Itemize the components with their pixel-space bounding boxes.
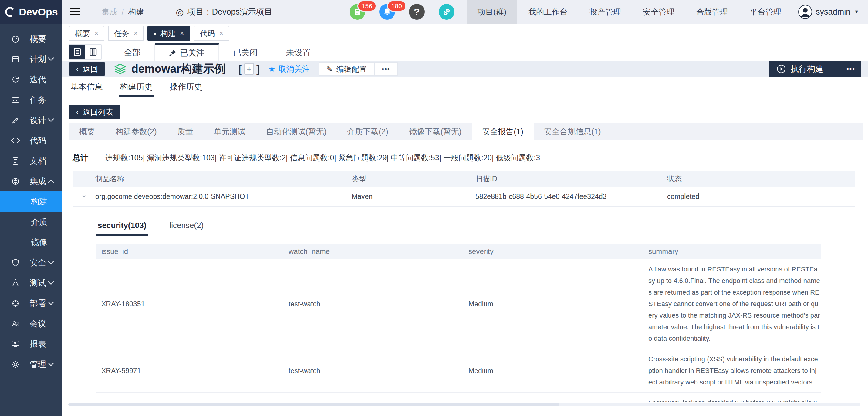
documents-icon[interactable]: 156 <box>349 4 365 20</box>
menu-toggle-icon[interactable] <box>70 8 81 16</box>
tab-artifact-download[interactable]: 介质下载(2) <box>337 123 399 140</box>
pencil-tools-icon <box>11 116 20 124</box>
filter-tab-unset[interactable]: 未设置 <box>272 43 325 61</box>
app-logo[interactable]: DevOps <box>0 0 62 24</box>
page-tab-overview[interactable]: 概要 × <box>69 26 104 41</box>
sidebar-item-test[interactable]: 测试 <box>0 273 62 293</box>
integration-icon <box>11 177 20 185</box>
sidebar-item-docs[interactable]: 文档 <box>0 151 62 171</box>
filter-tab-all[interactable]: 全部 <box>110 43 155 61</box>
issue-severity: Medium <box>463 300 643 308</box>
tab-quality[interactable]: 质量 <box>167 123 204 140</box>
board-view-button[interactable] <box>85 44 101 59</box>
edit-config-button[interactable]: ✎ 编辑配置 <box>319 63 374 75</box>
nav-item-production[interactable]: 投产管理 <box>579 0 632 24</box>
artifact-table-row[interactable]: org.gocome.deveops:demowar:2.0.0-SNAPSHO… <box>72 187 855 207</box>
user-menu[interactable]: sysadmin ▼ <box>792 0 868 24</box>
horizontal-scrollbar[interactable] <box>68 403 860 406</box>
close-icon[interactable]: × <box>94 29 98 38</box>
notifications-count-badge: 180 <box>387 0 406 11</box>
breadcrumb-item-current[interactable]: 构建 <box>128 7 144 17</box>
topbar-nav: 项目(群) 我的工作台 投产管理 安全管理 合版管理 平台管理 sysadmin… <box>467 0 868 24</box>
nav-item-platform-mgmt[interactable]: 平台管理 <box>739 0 792 24</box>
tab-summary[interactable]: 概要 <box>69 123 105 140</box>
main-area: 概要 × 任务 × ● 构建 × 代码 × <box>62 24 868 416</box>
filter-tab-followed[interactable]: 已关注 <box>155 43 219 61</box>
project-selector[interactable]: ◎ 项目：Devops演示项目 <box>176 6 273 17</box>
sidebar-item-images[interactable]: 镜像 <box>0 232 62 252</box>
issue-row[interactable]: XRAY-59971 test-watch Medium Cross-site … <box>96 349 821 393</box>
artifact-name: org.gocome.deveops:demowar:2.0.0-SNAPSHO… <box>95 192 352 201</box>
nav-item-security-mgmt[interactable]: 安全管理 <box>632 0 685 24</box>
sidebar-item-code[interactable]: 代码 <box>0 130 62 151</box>
sidebar-item-security[interactable]: 安全 <box>0 252 62 273</box>
issue-row[interactable]: XRAY-180351 test-watch Medium A flaw was… <box>96 259 821 349</box>
tab-security-issues[interactable]: security(103) <box>96 221 148 236</box>
sidebar-item-admin[interactable]: 管理 <box>0 354 62 375</box>
gear-icon <box>11 360 20 368</box>
chevron-down-icon: ▼ <box>854 9 859 14</box>
sidebar-item-overview[interactable]: 概要 <box>0 29 62 49</box>
breadcrumb-item[interactable]: 集成 <box>102 7 117 17</box>
issue-row[interactable]: XRAY-74870 test-watch Critical FasterXML… <box>96 393 821 402</box>
issue-id: XRAY-59971 <box>96 367 283 375</box>
add-button[interactable]: + <box>244 63 254 75</box>
filter-tab-closed[interactable]: 已关闭 <box>219 43 272 61</box>
filter-tabs: 全部 已关注 已关闭 未设置 <box>110 43 325 61</box>
code-icon <box>11 137 20 144</box>
run-build-button[interactable]: 执行构建 ••• <box>769 61 861 77</box>
nav-item-projects[interactable]: 项目(群) <box>467 0 517 24</box>
sidebar-item-plan[interactable]: 计划 <box>0 49 62 69</box>
sidebar-item-reports[interactable]: 报表 <box>0 334 62 354</box>
chevron-down-icon <box>48 118 54 122</box>
run-more-button[interactable]: ••• <box>840 65 861 73</box>
sidebar-item-meetings[interactable]: 会议 <box>0 314 62 334</box>
sidebar-item-artifacts[interactable]: 介质 <box>0 212 62 232</box>
sidebar-item-deploy[interactable]: 部署 <box>0 293 62 314</box>
tab-unit-test[interactable]: 单元测试 <box>204 123 256 140</box>
tab-build-history[interactable]: 构建历史 <box>119 77 154 96</box>
close-icon[interactable]: × <box>180 29 184 38</box>
scroll-area: ‹ 返回列表 概要 构建参数(2) 质量 单元测试 自动化测试(暂无) 介质下载… <box>62 97 868 402</box>
loop-icon <box>11 75 20 84</box>
sidebar-item-integration[interactable]: 集成 <box>0 171 62 191</box>
list-view-button[interactable] <box>69 44 85 59</box>
page-tab-tasks[interactable]: 任务 × <box>108 26 144 41</box>
tab-license-issues[interactable]: license(2) <box>167 221 206 236</box>
help-icon[interactable]: ? <box>409 4 425 20</box>
tab-automation-test[interactable]: 自动化测试(暂无) <box>256 123 337 140</box>
page-tab-build[interactable]: ● 构建 × <box>148 26 190 41</box>
tab-operation-history[interactable]: 操作历史 <box>168 77 204 96</box>
build-title-bar: ‹ 返回 demowar构建示例 [ + ] ★ 取消关注 <box>62 61 868 77</box>
avatar <box>798 5 812 19</box>
more-actions-button[interactable]: ••• <box>374 63 398 75</box>
sidebar-item-design[interactable]: 设计 <box>0 110 62 130</box>
artifact-status: completed <box>667 192 855 201</box>
tab-build-params[interactable]: 构建参数(2) <box>105 123 167 140</box>
tab-basic-info[interactable]: 基本信息 <box>69 77 104 96</box>
tab-security-compliance[interactable]: 安全合规信息(1) <box>534 123 611 140</box>
tab-image-download[interactable]: 镜像下载(暂无) <box>399 123 472 140</box>
unfollow-link[interactable]: ★ 取消关注 <box>268 64 310 75</box>
row-expand-chevron-icon[interactable] <box>72 193 95 200</box>
sidebar-item-build[interactable]: 构建 <box>0 191 62 212</box>
notifications-bell-icon[interactable]: 180 <box>379 4 395 20</box>
close-icon[interactable]: × <box>133 29 137 38</box>
nav-item-workbench[interactable]: 我的工作台 <box>517 0 579 24</box>
link-icon[interactable] <box>439 4 455 20</box>
sidebar-item-iteration[interactable]: 迭代 <box>0 69 62 90</box>
back-to-list-button[interactable]: ‹ 返回列表 <box>69 105 120 119</box>
close-icon[interactable]: × <box>219 29 223 38</box>
back-button[interactable]: ‹ 返回 <box>69 62 105 76</box>
build-section-tabs: 基本信息 构建历史 操作历史 <box>62 77 868 97</box>
page-tab-code[interactable]: 代码 × <box>193 26 229 41</box>
nav-item-version-mgmt[interactable]: 合版管理 <box>685 0 739 24</box>
chevron-down-icon <box>48 362 54 366</box>
issue-summary: FasterXML jackson-databind 2.x before 2.… <box>643 393 821 402</box>
tab-security-report[interactable]: 安全报告(1) <box>472 123 534 140</box>
sidebar-item-tasks[interactable]: 任务 <box>0 90 62 110</box>
issue-id: XRAY-180351 <box>96 300 283 308</box>
issue-severity: Medium <box>463 367 643 375</box>
artifact-table-header: 制品名称 类型 扫描ID 状态 <box>72 171 855 187</box>
target-icon <box>11 299 20 307</box>
